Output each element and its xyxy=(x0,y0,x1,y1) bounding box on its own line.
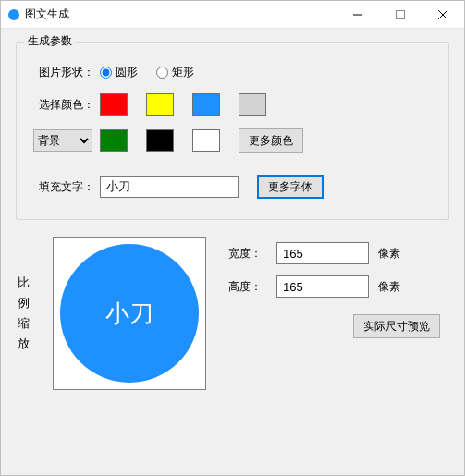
text-row: 填充文字： 更多字体 xyxy=(33,175,432,199)
dimensions-panel: 宽度： 像素 高度： 像素 实际尺寸预览 xyxy=(228,237,449,390)
radio-circle-label: 圆形 xyxy=(116,65,138,80)
titlebar: 图文生成 xyxy=(1,1,464,29)
width-row: 宽度： 像素 xyxy=(228,242,449,264)
app-icon xyxy=(8,9,19,20)
swatch-green[interactable] xyxy=(100,129,128,152)
bg-swatches: 更多颜色 xyxy=(100,128,303,153)
minimize-icon xyxy=(353,10,362,19)
height-unit: 像素 xyxy=(378,279,400,295)
swatch-yellow[interactable] xyxy=(146,93,174,116)
preview-circle: 小刀 xyxy=(60,244,199,383)
group-legend: 生成参数 xyxy=(24,33,76,49)
preview-text: 小刀 xyxy=(105,298,153,330)
maximize-button[interactable] xyxy=(379,1,422,29)
text-label: 填充文字： xyxy=(33,179,100,195)
radio-rect[interactable]: 矩形 xyxy=(156,65,194,80)
height-label: 高度： xyxy=(228,279,276,295)
params-group: 生成参数 图片形状： 圆形 矩形 选择颜色： xyxy=(16,42,449,220)
shape-label: 图片形状： xyxy=(33,65,100,80)
preview-box: 小刀 xyxy=(53,237,206,390)
maximize-icon xyxy=(396,10,405,19)
swatch-black[interactable] xyxy=(146,129,174,152)
width-input[interactable] xyxy=(276,242,369,264)
color-label: 选择颜色： xyxy=(33,97,100,113)
height-input[interactable] xyxy=(276,275,369,298)
radio-circle-input[interactable] xyxy=(100,67,112,79)
minimize-button[interactable] xyxy=(337,1,379,29)
close-icon xyxy=(438,10,447,19)
swatch-white[interactable] xyxy=(192,129,220,152)
window-title: 图文生成 xyxy=(25,6,337,22)
app-window: 图文生成 生成参数 图片形状： 圆形 矩形 xyxy=(0,0,465,476)
content-area: 生成参数 图片形状： 圆形 矩形 选择颜色： xyxy=(1,29,464,403)
fg-swatches xyxy=(100,93,266,116)
swatch-blue[interactable] xyxy=(192,93,220,116)
radio-rect-input[interactable] xyxy=(156,67,168,79)
close-button[interactable] xyxy=(422,1,464,29)
more-colors-button[interactable]: 更多颜色 xyxy=(239,128,303,153)
radio-circle[interactable]: 圆形 xyxy=(100,65,138,80)
color-row: 选择颜色： xyxy=(33,93,432,116)
svg-rect-1 xyxy=(397,10,405,18)
height-row: 高度： 像素 xyxy=(228,275,449,298)
preview-row: 比 例 缩 放 小刀 宽度： 像素 高度： 像素 xyxy=(16,237,449,390)
scale-label: 比 例 缩 放 xyxy=(16,237,31,390)
swatch-gray[interactable] xyxy=(239,93,266,116)
actual-size-preview-button[interactable]: 实际尺寸预览 xyxy=(353,314,440,338)
shape-row: 图片形状： 圆形 矩形 xyxy=(33,65,432,80)
width-label: 宽度： xyxy=(228,246,276,262)
radio-rect-label: 矩形 xyxy=(172,65,194,80)
width-unit: 像素 xyxy=(378,246,400,262)
fill-text-input[interactable] xyxy=(100,176,239,198)
bg-select[interactable]: 背景 xyxy=(33,129,92,152)
more-fonts-button[interactable]: 更多字体 xyxy=(257,175,324,199)
actions-row: 实际尺寸预览 xyxy=(228,314,449,338)
bg-row: 背景 更多颜色 xyxy=(33,128,432,153)
swatch-red[interactable] xyxy=(100,93,128,116)
